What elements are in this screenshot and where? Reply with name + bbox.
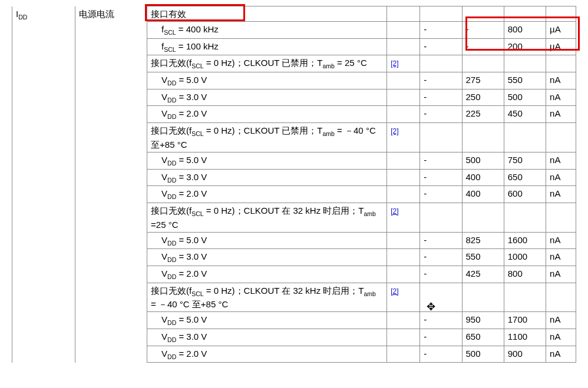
cell-max: 600 [504, 186, 546, 203]
cell-note [387, 38, 420, 55]
cell-condition: fSCL = 100 kHz [147, 38, 387, 55]
cell-typ: - [462, 38, 504, 55]
cell-condition: VDD = 3.0 V [147, 329, 387, 346]
cell-note [387, 186, 420, 203]
cell-typ [462, 123, 504, 152]
cell-typ: 950 [462, 312, 504, 329]
cell-typ: 500 [462, 346, 504, 363]
cell-note [387, 329, 420, 346]
cell-min: - [420, 249, 462, 266]
cell-note [387, 106, 420, 123]
cell-unit: nA [546, 266, 576, 283]
cell-max: 1100 [504, 329, 546, 346]
cell-typ: 400 [462, 186, 504, 203]
cell-max [504, 203, 546, 232]
cell-condition: VDD = 2.0 V [147, 266, 387, 283]
cell-unit: µA [546, 38, 576, 55]
cell-note [387, 249, 420, 266]
cell-note: [2] [387, 203, 420, 232]
cell-note [387, 152, 420, 169]
footnote-link[interactable]: [2] [391, 127, 398, 135]
cell-min: - [420, 89, 462, 106]
cell-unit: nA [546, 329, 576, 346]
cell-max: 200 [504, 38, 546, 55]
cell-min: - [420, 312, 462, 329]
cell-condition-heading: 接口无效(fSCL = 0 Hz)；CLKOUT 已禁用；Tamb = －40 … [147, 123, 387, 152]
cell-typ: 275 [462, 72, 504, 89]
cell-max: 500 [504, 89, 546, 106]
cell-unit: µA [546, 22, 576, 39]
cell-max: 1600 [504, 232, 546, 249]
cell-condition: VDD = 2.0 V [147, 106, 387, 123]
cell-min [420, 283, 462, 312]
cell-min [420, 6, 462, 22]
cell-unit [546, 6, 576, 22]
cell-min: - [420, 186, 462, 203]
cell-max: 800 [504, 266, 546, 283]
cell-min: - [420, 152, 462, 169]
cell-typ [462, 6, 504, 22]
cell-unit: nA [546, 89, 576, 106]
cell-unit: nA [546, 152, 576, 169]
cell-unit [546, 203, 576, 232]
cell-condition: fSCL = 400 kHz [147, 22, 387, 39]
cell-unit: nA [546, 346, 576, 363]
cell-typ: 225 [462, 106, 504, 123]
cell-typ: - [462, 22, 504, 39]
footnote-link[interactable]: [2] [391, 287, 398, 296]
cell-unit: nA [546, 169, 576, 186]
cell-unit [546, 55, 576, 72]
cell-min: - [420, 106, 462, 123]
cell-unit: nA [546, 72, 576, 89]
cell-note [387, 89, 420, 106]
cell-max [504, 123, 546, 152]
cell-condition: VDD = 2.0 V [147, 186, 387, 203]
cell-min: - [420, 346, 462, 363]
cell-condition-heading: 接口无效(fSCL = 0 Hz)；CLKOUT 已禁用；Tamb = 25 °… [147, 55, 387, 72]
cell-unit [546, 283, 576, 312]
cell-max [504, 55, 546, 72]
cell-note [387, 312, 420, 329]
cell-condition-heading: 接口无效(fSCL = 0 Hz)；CLKOUT 在 32 kHz 时启用；Ta… [147, 283, 387, 312]
cell-unit: nA [546, 249, 576, 266]
cell-condition: VDD = 5.0 V [147, 312, 387, 329]
cell-note [387, 72, 420, 89]
cell-max [504, 6, 546, 22]
cell-typ: 650 [462, 329, 504, 346]
cell-min: - [420, 169, 462, 186]
footnote-link[interactable]: [2] [391, 59, 398, 68]
footnote-link[interactable]: [2] [391, 207, 398, 215]
cell-min: - [420, 232, 462, 249]
cell-max: 1700 [504, 312, 546, 329]
cell-typ: 400 [462, 169, 504, 186]
cell-max: 550 [504, 72, 546, 89]
cell-note: [2] [387, 55, 420, 72]
table-row: IDD 电源电流 接口有效 [12, 6, 576, 22]
cell-note [387, 232, 420, 249]
cell-condition: VDD = 3.0 V [147, 169, 387, 186]
cell-condition: VDD = 5.0 V [147, 72, 387, 89]
cell-typ: 825 [462, 232, 504, 249]
cell-min: - [420, 329, 462, 346]
cell-note [387, 266, 420, 283]
cell-note: [2] [387, 283, 420, 312]
cell-typ: 550 [462, 249, 504, 266]
cell-note [387, 22, 420, 39]
cell-max: 1000 [504, 249, 546, 266]
cell-typ [462, 55, 504, 72]
cell-min [420, 203, 462, 232]
cell-symbol: IDD [12, 6, 75, 363]
cell-max: 650 [504, 169, 546, 186]
cell-condition: VDD = 5.0 V [147, 152, 387, 169]
cell-unit [546, 123, 576, 152]
cell-min [420, 55, 462, 72]
cell-note: [2] [387, 123, 420, 152]
cell-param: 电源电流 [75, 6, 147, 363]
cell-min [420, 123, 462, 152]
cell-max: 800 [504, 22, 546, 39]
cell-min: - [420, 266, 462, 283]
cell-max: 450 [504, 106, 546, 123]
cell-condition: VDD = 2.0 V [147, 346, 387, 363]
cell-max [504, 283, 546, 312]
cell-condition-heading: 接口无效(fSCL = 0 Hz)；CLKOUT 在 32 kHz 时启用；Ta… [147, 203, 387, 232]
